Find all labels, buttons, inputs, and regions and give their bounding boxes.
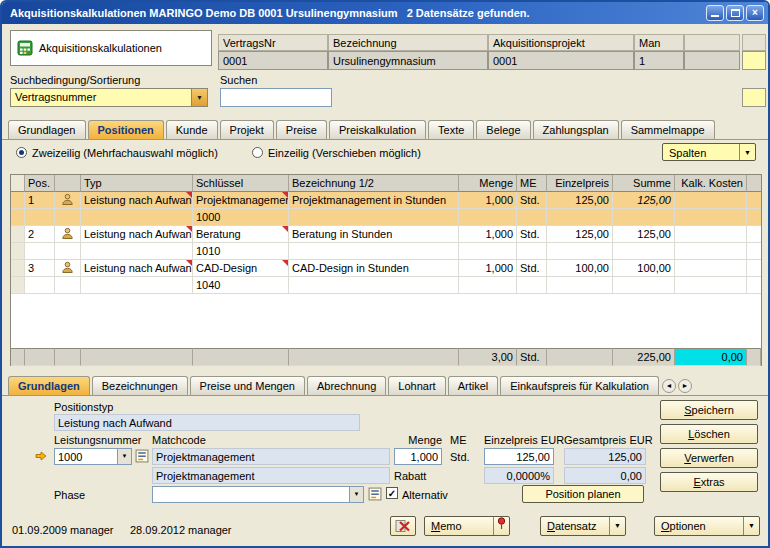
header-einzelpreis[interactable]: Einzelpreis [547, 175, 613, 192]
minimize-button[interactable] [706, 5, 724, 21]
result-value-man[interactable]: 1 [634, 51, 684, 70]
alternativ-checkbox[interactable]: ✓ [386, 487, 398, 499]
header-pos[interactable]: Pos. [25, 175, 55, 192]
cell-me: Std. [517, 192, 547, 209]
leistungsnummer-value: 1000 [55, 449, 117, 464]
chevron-down-icon[interactable]: ▼ [191, 89, 207, 106]
speichern-button[interactable]: Speichern [660, 400, 758, 420]
link-triangle-icon[interactable] [282, 260, 288, 266]
tab-belege[interactable]: Belege [476, 120, 530, 139]
maximize-icon [731, 9, 740, 17]
rabatt-percent-field[interactable]: 0,0000% [484, 467, 554, 484]
header-menge[interactable]: Menge [459, 175, 517, 192]
memo-button[interactable]: Memo [424, 516, 510, 536]
search-input[interactable] [220, 88, 332, 107]
tab-zahlungsplan[interactable]: Zahlungsplan [533, 120, 619, 139]
search-condition-label: Suchbedingung/Sortierung [10, 74, 140, 87]
detail-tab-artikel[interactable]: Artikel [448, 376, 499, 395]
link-triangle-icon[interactable] [282, 226, 288, 232]
header-summe[interactable]: Summe [613, 175, 675, 192]
link-triangle-icon[interactable] [186, 192, 192, 198]
app-window: Akquisitionskalkulationen MARINGO Demo D… [0, 0, 770, 548]
detail-tab-preise-und-mengen[interactable]: Preise und Mengen [190, 376, 305, 395]
memo-label: Memo [431, 518, 462, 534]
tab-projekt[interactable]: Projekt [220, 120, 274, 139]
choose-from-list-icon[interactable] [135, 449, 149, 463]
table-empty-area [11, 294, 761, 348]
leistungsnummer-field[interactable]: 1000 ▼ [54, 448, 132, 465]
table-row[interactable]: 3 Leistung nach Aufwan CAD-Design CAD-De… [11, 260, 761, 294]
tab-positionen[interactable]: Positionen [88, 120, 164, 139]
matchcode-field[interactable]: Projektmanagement [152, 448, 390, 465]
cell-typ: Leistung nach Aufwan [84, 228, 192, 240]
app-icon [16, 39, 34, 57]
result-value-vertragsnr[interactable]: 0001 [218, 51, 328, 70]
result-value-akquisitionsprojekt[interactable]: 0001 [488, 51, 634, 70]
cell-nummer: 1000 [193, 209, 289, 226]
link-triangle-icon[interactable] [282, 192, 288, 198]
matchcode-label: Matchcode [152, 434, 206, 447]
abort-button[interactable] [390, 516, 416, 536]
tab-kunde[interactable]: Kunde [166, 120, 218, 139]
search-condition-dropdown[interactable]: Vertragsnummer ▼ [10, 88, 208, 107]
extras-button[interactable]: Extras [660, 472, 758, 492]
main-area: Akquisitionskalkulationen VertragsNr Bez… [2, 24, 768, 546]
header-typ[interactable]: Typ [81, 175, 193, 192]
detail-tab-grundlagen[interactable]: Grundlagen [8, 376, 90, 395]
cell-pos: 1 [25, 192, 55, 209]
link-triangle-icon[interactable] [186, 260, 192, 266]
minimize-icon [711, 15, 719, 17]
matchcode2-field: Projektmanagement [152, 467, 390, 484]
choose-from-list-icon[interactable] [368, 487, 382, 501]
tab-scroll-left-icon[interactable]: ◄ [662, 379, 676, 393]
link-triangle-icon[interactable] [186, 226, 192, 232]
tab-preiskalkulation[interactable]: Preiskalkulation [329, 120, 426, 139]
loeschen-button[interactable]: Löschen [660, 424, 758, 444]
verwerfen-label: Verwerfen [684, 449, 734, 467]
result-value-bezeichnung[interactable]: Ursulinengymnasium [328, 51, 488, 70]
menge-field[interactable]: 1,000 [394, 448, 442, 465]
phase-field[interactable]: ▼ [152, 486, 364, 503]
cell-typ: Leistung nach Aufwan [84, 194, 192, 206]
loeschen-label: Löschen [688, 425, 730, 443]
einzelpreis-field[interactable]: 125,00 [484, 448, 554, 465]
gesamtpreis-label: Gesamtpreis EUR [564, 434, 646, 447]
optionen-dropdown[interactable]: Optionen ▼ [654, 516, 760, 536]
detail-tab-bar: Grundlagen Bezeichnungen Preise und Meng… [2, 376, 768, 396]
tab-sammelmappe[interactable]: Sammelmappe [621, 120, 715, 139]
cell-menge: 1,000 [459, 226, 517, 243]
link-arrow-icon[interactable] [35, 451, 47, 461]
result-row-marker [742, 51, 766, 70]
maximize-button[interactable] [726, 5, 744, 21]
radio-einzeilig[interactable] [252, 147, 263, 158]
chevron-down-icon[interactable]: ▼ [117, 449, 131, 464]
verwerfen-button[interactable]: Verwerfen [660, 448, 758, 468]
tab-scroll-right-icon[interactable]: ► [678, 379, 692, 393]
spalten-dropdown[interactable]: Spalten ▼ [662, 143, 756, 161]
title-bar[interactable]: Akquisitionskalkulationen MARINGO Demo D… [2, 2, 768, 24]
positionstyp-field: Leistung nach Aufwand [54, 414, 360, 431]
datensatz-dropdown[interactable]: Datensatz ▼ [540, 516, 626, 536]
position-planen-button[interactable]: Position planen [522, 485, 644, 503]
chevron-down-icon[interactable]: ▼ [349, 487, 363, 502]
detail-tab-einkaufspreis[interactable]: Einkaufspreis für Kalkulation [500, 376, 659, 395]
table-row[interactable]: 1 Leistung nach Aufwan Projektmanagement… [11, 192, 761, 226]
header-kalk-kosten[interactable]: Kalk. Kosten [675, 175, 747, 192]
header-schluessel[interactable]: Schlüssel [193, 175, 289, 192]
result-value-filler [684, 51, 740, 70]
cell-typ: Leistung nach Aufwan [84, 262, 192, 274]
tab-preise[interactable]: Preise [276, 120, 327, 139]
app-title-label: Akquisitionskalkulationen [39, 42, 162, 54]
app-title-box: Akquisitionskalkulationen [10, 30, 212, 66]
header-me[interactable]: ME [517, 175, 547, 192]
close-button[interactable]: × [746, 5, 764, 21]
header-bezeichnung[interactable]: Bezeichnung 1/2 [289, 175, 459, 192]
tab-grundlagen[interactable]: Grundlagen [8, 120, 86, 139]
tab-texte[interactable]: Texte [428, 120, 474, 139]
detail-tab-abrechnung[interactable]: Abrechnung [307, 376, 386, 395]
radio-zweizeilig[interactable] [16, 147, 27, 158]
table-row[interactable]: 2 Leistung nach Aufwan Beratung Beratung… [11, 226, 761, 260]
detail-tab-bezeichnungen[interactable]: Bezeichnungen [92, 376, 188, 395]
extras-label: Extras [693, 473, 724, 491]
detail-tab-lohnart[interactable]: Lohnart [388, 376, 445, 395]
